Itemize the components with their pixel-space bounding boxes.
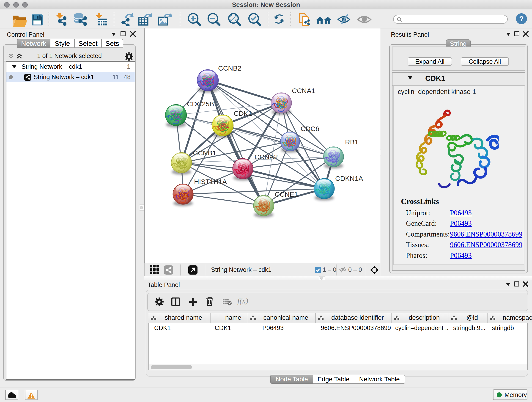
svg-text:CDKN1A: CDKN1A [335, 175, 363, 182]
svg-text:CCNB1: CCNB1 [193, 149, 216, 157]
svg-text:CDK1: CDK1 [234, 109, 252, 117]
svg-text:CCNA2: CCNA2 [254, 153, 278, 161]
svg-text:CCNB2: CCNB2 [218, 64, 241, 72]
svg-text:CDC6: CDC6 [301, 125, 319, 133]
svg-text:RB1: RB1 [345, 138, 358, 146]
svg-text:CDC25B: CDC25B [187, 100, 214, 108]
svg-text:HIST1H1A: HIST1H1A [194, 178, 227, 185]
svg-text:CCNA1: CCNA1 [292, 87, 315, 95]
svg-text:CCNE1: CCNE1 [275, 191, 298, 198]
